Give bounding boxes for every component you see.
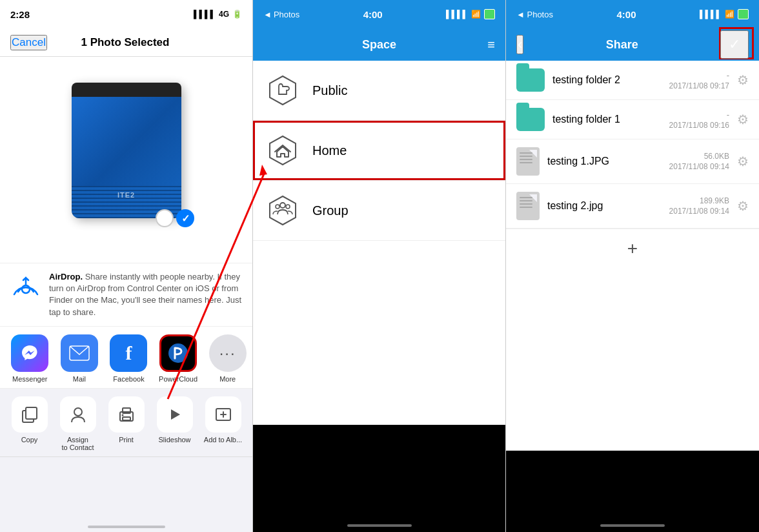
- signal-icon: ▌▌▌▌: [194, 10, 216, 19]
- hamburger-menu[interactable]: ≡: [487, 37, 495, 52]
- messenger-icon[interactable]: [11, 334, 48, 372]
- panel-space-selection: ◄ Photos 4:00 ▌▌▌▌ 📶 ▮ Space ≡ Publ: [253, 0, 506, 532]
- cancel-button[interactable]: Cancel: [10, 35, 47, 50]
- file-date: 2017/11/08 09:17: [669, 81, 729, 90]
- app-powercloud[interactable]: PowerCloud: [154, 334, 203, 383]
- network-icon: 4G: [219, 10, 229, 19]
- gear-button-1[interactable]: ⚙: [737, 72, 749, 88]
- share-header: Cancel 1 Photo Selected: [0, 28, 252, 57]
- svg-marker-12: [171, 409, 180, 420]
- status-time-3: 4:00: [616, 9, 636, 20]
- space-title: Space: [362, 38, 396, 52]
- doc-lines: [520, 197, 532, 208]
- doc-icon: [516, 147, 540, 176]
- photos-back-3[interactable]: ◄ Photos: [516, 10, 553, 19]
- airdrop-section: AirDrop. Share instantly with people nea…: [0, 263, 252, 327]
- file-item-testing-folder-2[interactable]: testing folder 2 - 2017/11/08 09:17 ⚙: [506, 61, 759, 100]
- add-file-row[interactable]: +: [506, 229, 759, 267]
- back-chevron: ◄: [263, 10, 272, 19]
- file-meta: 189.9KB 2017/11/08 09:14: [669, 196, 729, 216]
- photo-preview: ITE2 ✓: [0, 57, 252, 263]
- battery-icon-3: ▮: [738, 9, 749, 19]
- file-name: testing 2.jpg: [547, 200, 662, 212]
- group-label: Group: [312, 203, 349, 218]
- file-name: testing folder 1: [552, 114, 662, 125]
- svg-point-20: [276, 205, 279, 209]
- slideshow-label: Slideshow: [158, 436, 190, 444]
- space-item-group[interactable]: Group: [253, 181, 505, 241]
- signal-icon-3: ▌▌▌▌: [700, 10, 722, 19]
- assign-contact-icon[interactable]: [60, 396, 96, 433]
- svg-point-19: [280, 203, 285, 208]
- file-size: 189.9KB: [700, 196, 729, 205]
- file-date: 2017/11/08 09:16: [669, 121, 729, 130]
- app-more[interactable]: ··· More: [203, 334, 252, 383]
- add-album-icon[interactable]: [205, 396, 241, 433]
- status-time-2: 4:00: [363, 9, 383, 20]
- svg-rect-10: [123, 417, 130, 420]
- status-bar-3: ◄ Photos 4:00 ▌▌▌▌ 📶 ▮: [506, 0, 759, 28]
- photo-unselected[interactable]: [156, 209, 174, 227]
- file-meta: - 2017/11/08 09:17: [669, 70, 729, 90]
- airdrop-icon[interactable]: [10, 271, 41, 302]
- action-add-album[interactable]: Add to Alb...: [199, 396, 247, 444]
- svg-point-4: [168, 343, 188, 363]
- space-item-public[interactable]: Public: [253, 61, 505, 121]
- copy-icon[interactable]: [12, 396, 48, 433]
- file-item-testing-folder-1[interactable]: testing folder 1 - 2017/11/08 09:16 ⚙: [506, 100, 759, 139]
- gear-button-3[interactable]: ⚙: [737, 154, 749, 169]
- space-list: Public Home: [253, 61, 505, 425]
- powercloud-icon[interactable]: [159, 334, 197, 372]
- space-navbar: Space ≡: [253, 28, 505, 61]
- photo-selected-check[interactable]: ✓: [176, 209, 194, 227]
- file-info: testing folder 1: [552, 114, 662, 125]
- check-button[interactable]: ✓: [720, 30, 749, 59]
- svg-rect-6: [26, 407, 37, 419]
- status-icons-2: ▌▌▌▌ 📶 ▮: [446, 9, 495, 19]
- gear-button-2[interactable]: ⚙: [737, 112, 749, 127]
- action-print[interactable]: Print: [102, 396, 150, 444]
- airdrop-title: AirDrop.: [49, 272, 83, 281]
- file-item-testing-1-jpg[interactable]: testing 1.JPG 56.0KB 2017/11/08 09:14 ⚙: [506, 139, 759, 184]
- app-facebook[interactable]: f Facebook: [104, 334, 154, 383]
- doc-icon: [516, 192, 540, 220]
- add-icon[interactable]: +: [627, 238, 638, 259]
- folder-icon: [516, 108, 545, 131]
- gear-button-4[interactable]: ⚙: [737, 198, 749, 214]
- doc-lines: [520, 152, 532, 163]
- share-title: 1 Photo Selected: [81, 36, 169, 49]
- print-icon[interactable]: [108, 396, 145, 433]
- photos-label-2: Photos: [274, 10, 299, 19]
- facebook-icon[interactable]: f: [110, 334, 147, 372]
- svg-point-7: [74, 408, 82, 416]
- home-indicator-3: [600, 524, 665, 527]
- svg-point-11: [121, 414, 123, 416]
- file-item-testing-2-jpg[interactable]: testing 2.jpg 189.9KB 2017/11/08 09:14 ⚙: [506, 184, 759, 229]
- signal-icon-2: ▌▌▌▌: [446, 10, 468, 19]
- space-item-home[interactable]: Home: [253, 121, 505, 181]
- file-name: testing 1.JPG: [547, 156, 662, 167]
- slideshow-icon[interactable]: [157, 396, 193, 433]
- file-meta: - 2017/11/08 09:16: [669, 110, 729, 130]
- public-icon: [266, 74, 299, 107]
- action-assign-contact[interactable]: Assignto Contact: [54, 396, 102, 451]
- back-button[interactable]: ‹: [516, 35, 523, 54]
- svg-marker-17: [270, 136, 296, 165]
- app-messenger[interactable]: Messenger: [5, 334, 55, 383]
- app-mail[interactable]: Mail: [55, 334, 105, 383]
- battery-icon-2: ▮: [484, 9, 495, 19]
- svg-point-21: [286, 205, 290, 209]
- share-navbar: ‹ Share ✓: [506, 28, 759, 61]
- action-copy[interactable]: Copy: [5, 396, 54, 444]
- home-label: Home: [312, 143, 347, 158]
- svg-marker-16: [270, 76, 296, 105]
- mail-icon[interactable]: [61, 334, 98, 372]
- more-icon[interactable]: ···: [209, 334, 247, 372]
- file-dash: -: [727, 70, 729, 80]
- photos-back-2[interactable]: ◄ Photos: [263, 10, 299, 19]
- folder-icon: [516, 68, 545, 92]
- action-slideshow[interactable]: Slideshow: [150, 396, 199, 444]
- assign-contact-label: Assignto Contact: [61, 436, 94, 451]
- facebook-label: Facebook: [113, 375, 144, 383]
- status-icons-3: ▌▌▌▌ 📶 ▮: [700, 9, 749, 19]
